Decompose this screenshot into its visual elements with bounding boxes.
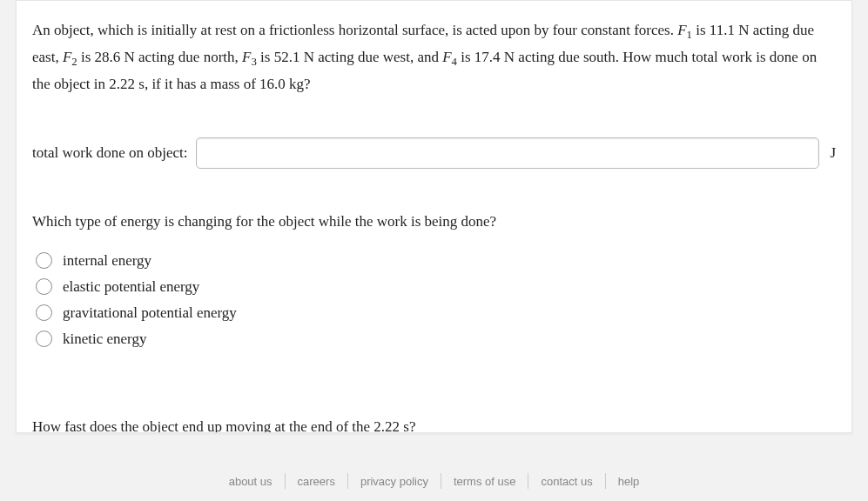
radio-circle-icon xyxy=(36,252,52,269)
footer-links: about us careers privacy policy terms of… xyxy=(217,473,652,489)
sub-question: Which type of energy is changing for the… xyxy=(32,210,836,233)
radio-option-gravitational[interactable]: gravitational potential energy xyxy=(36,304,836,322)
radio-circle-icon xyxy=(36,331,52,347)
radio-circle-icon xyxy=(36,304,52,321)
radio-options-group: internal energy elastic potential energy… xyxy=(36,252,836,348)
text-f3: is 52.1 N acting due west, and xyxy=(257,49,442,65)
var-f3: F3 xyxy=(242,49,257,65)
answer-unit: J xyxy=(828,144,836,162)
text-f2: is 28.6 N acting due north, xyxy=(77,49,242,65)
radio-label: elastic potential energy xyxy=(63,278,199,296)
radio-option-kinetic[interactable]: kinetic energy xyxy=(36,331,836,348)
answer-row: total work done on object: J xyxy=(32,137,836,169)
radio-label: internal energy xyxy=(63,252,151,270)
radio-option-internal[interactable]: internal energy xyxy=(36,252,836,270)
footer: about us careers privacy policy terms of… xyxy=(0,473,868,489)
var-f4: F4 xyxy=(442,49,457,65)
radio-label: gravitational potential energy xyxy=(63,304,237,322)
problem-statement: An object, which is initially at rest on… xyxy=(32,18,836,97)
total-work-input[interactable] xyxy=(196,137,819,169)
radio-circle-icon xyxy=(36,278,52,295)
radio-label: kinetic energy xyxy=(63,331,146,348)
footer-link-about[interactable]: about us xyxy=(217,475,285,488)
question-card: An object, which is initially at rest on… xyxy=(16,0,852,433)
problem-intro: An object, which is initially at rest on… xyxy=(32,22,677,38)
var-f1: F1 xyxy=(677,22,692,38)
footer-link-help[interactable]: help xyxy=(606,475,652,488)
footer-link-careers[interactable]: careers xyxy=(286,475,347,488)
cutoff-question: How fast does the object end up moving a… xyxy=(32,416,415,434)
footer-link-terms[interactable]: terms of use xyxy=(441,475,528,488)
radio-option-elastic[interactable]: elastic potential energy xyxy=(36,278,836,296)
footer-link-privacy[interactable]: privacy policy xyxy=(348,475,441,488)
footer-link-contact[interactable]: contact us xyxy=(528,475,604,488)
var-f2: F2 xyxy=(63,49,77,65)
answer-label: total work done on object: xyxy=(32,144,187,162)
